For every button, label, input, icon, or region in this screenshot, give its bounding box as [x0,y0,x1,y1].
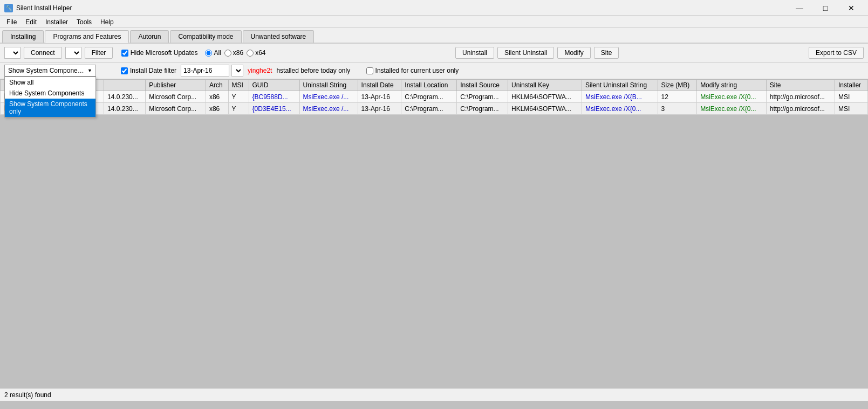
date-filter-row: ▼ [181,65,243,77]
dropdown-option-show-all[interactable]: Show all [5,77,95,88]
table-container: Name Publisher Arch MSI GUID Uninstall S… [0,79,868,388]
col-header-uninstall-string[interactable]: Uninstall String [299,80,358,91]
export-csv-button[interactable]: Export to CSV [809,47,864,59]
cell-uninstall-string: MsiExec.exe /... [299,91,358,103]
app-icon: 🔧 [4,4,13,12]
maximize-button[interactable]: □ [813,0,838,16]
cell-site: http://go.microsof... [766,91,835,103]
cell-size: 12 [658,91,697,103]
cell-modify-string: MsiExec.exe /X{0... [697,91,767,103]
col-header-arch[interactable]: Arch [206,80,228,91]
table-row[interactable]: Microsoft Visual C++ 20...14.0.230...Mic… [1,91,868,103]
installed-current-user-label[interactable]: Installed for current user only [366,67,459,74]
cell-arch: x86 [206,103,228,115]
cell-arch: x86 [206,91,228,103]
radio-all[interactable] [205,50,212,57]
installed-before-suffix: hstalled before today only [276,67,350,74]
system-components-dropdown[interactable]: Show System Components only ▼ Show all H… [4,65,96,77]
menu-installer[interactable]: Installer [41,16,72,27]
cell-site: http://go.microsof... [766,103,835,115]
col-header-silent-uninstall[interactable]: Silent Uninstall String [582,80,658,91]
tab-unwanted[interactable]: Unwanted software [243,30,315,43]
window-controls: — □ ✕ [787,0,864,16]
col-header-version[interactable] [104,80,146,91]
cell-publisher: Microsoft Corp... [146,103,206,115]
col-header-installer[interactable]: Installer [835,80,868,91]
status-bar: 2 result(s) found [0,388,868,401]
menu-help[interactable]: Help [96,16,118,27]
tab-programs-features[interactable]: Programs and Features [45,30,129,43]
tab-installing[interactable]: Installing [2,30,44,43]
radio-x64-label[interactable]: x64 [247,49,265,57]
menu-tools[interactable]: Tools [72,16,96,27]
close-button[interactable]: ✕ [839,0,864,16]
col-header-install-source[interactable]: Install Source [457,80,508,91]
programs-table: Name Publisher Arch MSI GUID Uninstall S… [0,79,868,115]
col-header-guid[interactable]: GUID [249,80,299,91]
cell-size: 3 [658,103,697,115]
radio-x86-label[interactable]: x86 [224,49,243,57]
dropdown-selected-value: Show System Components only [8,67,85,74]
col-header-modify-string[interactable]: Modify string [697,80,767,91]
radio-x86[interactable] [224,50,231,57]
filter-button[interactable]: Filter [85,47,113,59]
modify-button[interactable]: Modify [557,47,590,59]
dropdown-arrow-icon: ▼ [87,68,92,73]
dropdown-option-hide-system[interactable]: Hide System Components [5,88,95,99]
cell-version: 14.0.230... [104,91,146,103]
cell-install-location: C:\Program... [401,91,457,103]
col-header-uninstall-key[interactable]: Uninstall Key [508,80,582,91]
install-date-filter-label[interactable]: Install Date filter [121,67,176,74]
arch-radio-group: All x86 x64 [205,49,265,57]
date-direction-select[interactable]: ▼ [231,65,243,77]
cell-msi: Y [228,103,249,115]
tab-bar: Installing Programs and Features Autorun… [0,28,868,44]
radio-x64[interactable] [247,50,254,57]
hide-ms-updates-label[interactable]: Hide Microsoft Updates [121,49,198,57]
site-button[interactable]: Site [594,47,619,59]
date-input[interactable] [181,65,229,77]
filter-row: Show System Components only ▼ Show all H… [0,63,868,79]
target-select[interactable] [65,47,81,59]
col-header-size[interactable]: Size (MB) [658,80,697,91]
install-date-filter-checkbox[interactable] [121,67,128,74]
cell-installer: MSI [835,91,868,103]
dropdown-menu: Show all Hide System Components Show Sys… [4,77,96,117]
installed-current-user-checkbox[interactable] [366,67,373,74]
cell-install-source: C:\Program... [457,91,508,103]
install-date-filter-text: Install Date filter [130,67,176,74]
title-bar: 🔧 Silent Install Helper — □ ✕ [0,0,868,16]
col-header-site[interactable]: Site [766,80,835,91]
uninstall-button[interactable]: Uninstall [455,47,494,59]
hide-ms-updates-checkbox[interactable] [121,50,128,57]
cell-publisher: Microsoft Corp... [146,91,206,103]
table-row[interactable]: Microsoft Visual C++ 20...14.0.230...Mic… [1,103,868,115]
cell-modify-string: MsiExec.exe /X{0... [697,103,767,115]
col-header-msi[interactable]: MSI [228,80,249,91]
cell-uninstall-key: HKLM64\SOFTWA... [508,91,582,103]
menu-edit[interactable]: Edit [21,16,41,27]
col-header-publisher[interactable]: Publisher [146,80,206,91]
menu-file[interactable]: File [2,16,21,27]
tab-autorun[interactable]: Autorun [130,30,169,43]
dropdown-option-show-system-only[interactable]: Show System Components only [5,99,95,117]
radio-all-label[interactable]: All [205,49,221,57]
cell-install-source: C:\Program... [457,103,508,115]
silent-uninstall-button[interactable]: Silent Uninstall [497,47,554,59]
col-header-install-date[interactable]: Install Date [358,80,401,91]
cell-install-location: C:\Program... [401,103,457,115]
cell-install-date: 13-Apr-16 [358,91,401,103]
menu-bar: File Edit Installer Tools Help [0,16,868,28]
cell-guid: {0D3E4E15... [249,103,299,115]
col-header-install-location[interactable]: Install Location [401,80,457,91]
cell-uninstall-string: MsiExec.exe /... [299,103,358,115]
source-select[interactable] [4,47,20,59]
toolbar: Connect Filter Hide Microsoft Updates Al… [0,44,868,63]
cell-silent-uninstall: MsiExec.exe /X{0... [582,103,658,115]
tab-compatibility[interactable]: Compatibility mode [170,30,241,43]
cell-msi: Y [228,91,249,103]
app-title: Silent Install Helper [16,4,72,12]
connect-button[interactable]: Connect [24,47,62,59]
minimize-button[interactable]: — [787,0,812,16]
cell-uninstall-key: HKLM64\SOFTWA... [508,103,582,115]
